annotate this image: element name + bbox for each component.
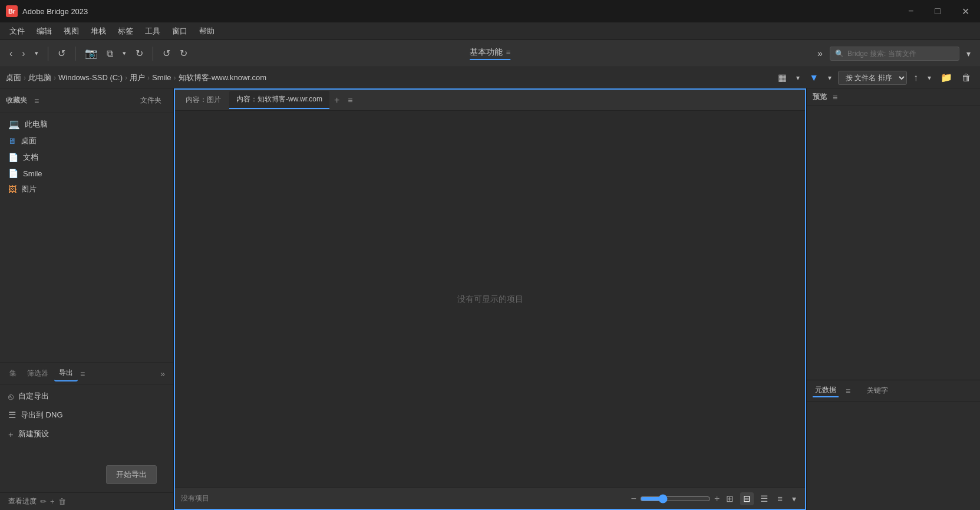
documents-icon: 📄 xyxy=(8,153,18,162)
custom-export-icon: ⎋ xyxy=(8,391,14,402)
fav-item-smile[interactable]: 📄 Smile xyxy=(0,166,173,181)
meta-tab-keywords[interactable]: 关键字 xyxy=(864,384,890,397)
bottom-left-panel: 集 筛选器 导出 ≡ » ⎋ 自定导出 ☰ 导出到 DNG + 新建预设 xyxy=(0,363,173,510)
new-preset-label: 新建预设 xyxy=(18,429,49,439)
export-item-dng[interactable]: ☰ 导出到 DNG xyxy=(0,406,173,425)
export-tab-menu-icon[interactable]: ≡ xyxy=(80,369,85,379)
menubar: 文件 编辑 视图 堆栈 标签 工具 窗口 帮助 xyxy=(0,22,980,40)
toolbar-separator-3 xyxy=(153,47,153,61)
view-progress-label: 查看进度 xyxy=(8,496,37,506)
folders-tab[interactable]: 文件夹 xyxy=(134,92,167,109)
copy-button[interactable]: ⧉ xyxy=(103,46,117,61)
meta-tab-metadata[interactable]: 元数据 xyxy=(813,384,839,397)
maximize-button[interactable]: □ xyxy=(930,4,945,19)
menu-help[interactable]: 帮助 xyxy=(194,24,219,39)
menu-label[interactable]: 标签 xyxy=(113,24,138,39)
preview-panel: 预览 ≡ xyxy=(807,88,980,380)
view-grid2-button[interactable]: ⊟ xyxy=(740,492,754,505)
fav-item-desktop[interactable]: 🖥 桌面 xyxy=(0,133,173,149)
content-statusbar: 没有项目 − + ⊞ ⊟ ☰ ≡ ▾ xyxy=(175,488,805,509)
forward-button[interactable]: › xyxy=(18,46,28,61)
tab-collection[interactable]: 集 xyxy=(5,366,21,381)
back-button[interactable]: ‹ xyxy=(6,46,16,61)
view-grid-button[interactable]: ⊞ xyxy=(723,492,737,505)
menu-view[interactable]: 视图 xyxy=(59,24,84,39)
copy-dropdown-button[interactable]: ▾ xyxy=(119,47,130,60)
search-input[interactable] xyxy=(847,50,954,58)
start-export-button[interactable]: 开始导出 xyxy=(106,465,157,484)
preview-menu-icon[interactable]: ≡ xyxy=(833,93,837,102)
search-expand-button[interactable]: ▾ xyxy=(963,48,974,60)
export-item-custom[interactable]: ⎋ 自定导出 xyxy=(0,387,173,406)
favorites-menu-icon[interactable]: ≡ xyxy=(34,96,39,106)
filter-dropdown-button[interactable]: ▾ xyxy=(825,72,834,84)
menu-stack[interactable]: 堆栈 xyxy=(86,24,111,39)
fav-label-desktop: 桌面 xyxy=(21,136,37,146)
fav-item-computer[interactable]: 💻 此电脑 xyxy=(0,116,173,133)
computer-icon: 💻 xyxy=(8,119,20,130)
menu-tools[interactable]: 工具 xyxy=(140,24,165,39)
progress-edit-icon[interactable]: ✏ xyxy=(40,497,47,506)
tab-filter[interactable]: 筛选器 xyxy=(22,366,53,381)
metadata-menu-icon[interactable]: ≡ xyxy=(846,386,850,396)
titlebar: Br Adobe Bridge 2023 − □ ✕ xyxy=(0,0,980,22)
breadcrumb-knowr[interactable]: 知软博客-www.knowr.com xyxy=(179,73,267,83)
view-dropdown-button[interactable]: ▾ xyxy=(789,493,799,505)
zoom-minus-button[interactable]: − xyxy=(631,493,636,504)
delete-button[interactable]: 🗑 xyxy=(959,71,974,85)
breadcrumb-smile[interactable]: Smile xyxy=(152,73,171,82)
progress-add-icon[interactable]: + xyxy=(50,497,55,506)
workspace-name: 基本功能 xyxy=(470,47,503,58)
breadcrumb-users[interactable]: 用户 xyxy=(130,73,145,83)
toolbar-separator-2 xyxy=(75,47,75,61)
filter-button[interactable]: ▼ xyxy=(806,71,821,85)
titlebar-controls: − □ ✕ xyxy=(903,4,974,19)
breadcrumb-drive[interactable]: Windows-SSD (C:) xyxy=(58,73,123,82)
menu-file[interactable]: 文件 xyxy=(5,24,29,39)
progress-delete-icon[interactable]: 🗑 xyxy=(58,497,66,506)
export-item-new-preset[interactable]: + 新建预设 xyxy=(0,425,173,443)
quality-button[interactable]: ▦ xyxy=(775,70,790,85)
redo-button[interactable]: ↻ xyxy=(176,45,191,61)
favorites-header: 收藏夹 ≡ 文件夹 xyxy=(0,88,173,113)
menu-window[interactable]: 窗口 xyxy=(167,24,192,39)
view-detail-button[interactable]: ≡ xyxy=(774,492,786,505)
undo2-button[interactable]: ↺ xyxy=(159,45,174,61)
sort-select[interactable]: 按 文件名 排序 xyxy=(838,71,907,85)
close-button[interactable]: ✕ xyxy=(957,4,974,19)
desktop-icon: 🖥 xyxy=(8,136,17,146)
more-workspaces-button[interactable]: » xyxy=(814,46,826,61)
history-dropdown-button[interactable]: ▾ xyxy=(31,47,42,60)
titlebar-left: Br Adobe Bridge 2023 xyxy=(6,5,88,17)
view-list-button[interactable]: ☰ xyxy=(757,492,771,505)
content-tab-menu-icon[interactable]: ≡ xyxy=(344,93,356,107)
view-progress: 查看进度 ✏ + 🗑 xyxy=(0,492,173,510)
menu-edit[interactable]: 编辑 xyxy=(32,24,57,39)
quality-dropdown-button[interactable]: ▾ xyxy=(793,72,803,84)
meta-tabs: 元数据 ≡ 关键字 xyxy=(807,380,980,402)
bottom-tab-more-button[interactable]: » xyxy=(157,368,169,380)
camera-button[interactable]: 📷 xyxy=(81,45,101,62)
minimize-button[interactable]: − xyxy=(903,4,918,19)
refresh-button[interactable]: ↻ xyxy=(132,45,147,61)
undo-button[interactable]: ↺ xyxy=(54,45,69,61)
content-tab-add-button[interactable]: + xyxy=(331,93,343,108)
workspace-menu-icon[interactable]: ≡ xyxy=(506,48,511,57)
fav-item-pictures[interactable]: 🖼 图片 xyxy=(0,181,173,198)
favorites-list: 💻 此电脑 🖥 桌面 📄 文档 📄 Smile 🖼 图片 xyxy=(0,113,173,200)
zoom-plus-button[interactable]: + xyxy=(714,493,720,504)
zoom-slider[interactable] xyxy=(640,494,711,504)
new-folder-dropdown-button[interactable]: ▾ xyxy=(925,72,934,84)
breadcrumb-computer[interactable]: 此电脑 xyxy=(28,73,51,83)
new-folder-button[interactable]: 📁 xyxy=(938,70,955,85)
dng-export-icon: ☰ xyxy=(8,410,16,420)
sort-asc-button[interactable]: ↑ xyxy=(910,71,921,85)
fav-item-documents[interactable]: 📄 文档 xyxy=(0,149,173,166)
content-tab-pictures[interactable]: 内容：图片 xyxy=(179,91,228,108)
smile-icon: 📄 xyxy=(8,169,18,178)
breadcrumb-desktop[interactable]: 桌面 xyxy=(6,73,21,83)
breadcrumb-bar: 桌面 › 此电脑 › Windows-SSD (C:) › 用户 › Smile… xyxy=(0,67,980,88)
tab-export[interactable]: 导出 xyxy=(54,366,78,381)
start-export-wrapper: 开始导出 xyxy=(0,460,173,492)
content-tab-knowr[interactable]: 内容：知软博客-ww.wr.com xyxy=(229,91,329,109)
